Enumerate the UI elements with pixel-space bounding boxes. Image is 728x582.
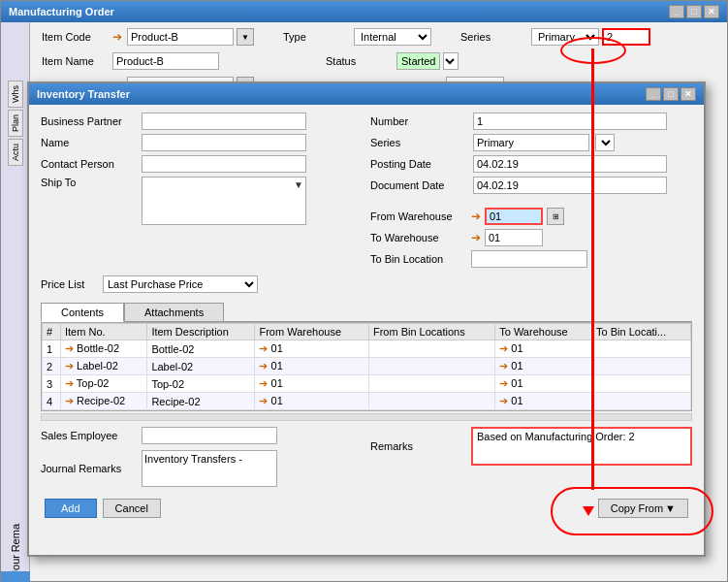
cell-num: 2 — [43, 358, 61, 375]
cell-to-wh: ➔ 01 — [495, 375, 592, 393]
name-label: Name — [41, 137, 138, 148]
cell-from-bin — [368, 393, 494, 410]
sales-emp-input[interactable] — [142, 427, 277, 444]
table-scrollbar[interactable] — [41, 413, 692, 421]
to-wh-input[interactable] — [485, 229, 543, 246]
cell-description: Label-02 — [147, 358, 255, 375]
name-input[interactable] — [142, 134, 306, 151]
tab-bar: Contents Attachments — [41, 303, 692, 322]
item-code-arrow: ➔ — [112, 30, 122, 44]
doc-date-input[interactable] — [473, 177, 667, 194]
ship-to-box[interactable]: ▼ — [142, 177, 306, 225]
button-row: Add Cancel Copy From ▼ — [41, 499, 692, 518]
bottom-blue-bar — [1, 571, 30, 582]
tab-contents[interactable]: Contents — [41, 303, 124, 322]
inv-table: # Item No. Item Description From Warehou… — [42, 323, 691, 410]
col-from-bin: From Bin Locations — [368, 324, 494, 340]
to-wh-label: To Warehouse — [370, 232, 467, 243]
posting-date-input[interactable] — [473, 155, 667, 173]
cell-item-no[interactable]: ➔ Bottle-02 — [60, 340, 146, 358]
bp-input[interactable] — [142, 113, 306, 130]
mfg-titlebar: Manufacturing Order _ □ ✕ — [1, 1, 727, 22]
mfg-minimize-btn[interactable]: _ — [669, 5, 684, 18]
series-number-input[interactable] — [602, 28, 650, 46]
cell-description: Bottle-02 — [147, 340, 255, 358]
item-code-btn[interactable]: ▼ — [237, 28, 254, 46]
cell-from-wh: ➔ 01 — [255, 358, 368, 375]
cell-from-bin — [368, 375, 494, 393]
tab-attachments[interactable]: Attachments — [124, 303, 224, 321]
cell-item-no[interactable]: ➔ Recipe-02 — [60, 393, 146, 410]
col-to-wh: To Warehouse — [495, 324, 592, 340]
copy-from-button[interactable]: Copy From ▼ — [598, 499, 688, 518]
series-select-r[interactable] — [595, 134, 615, 151]
status-label: Status — [326, 55, 394, 67]
cell-to-bin — [592, 375, 691, 393]
cell-from-bin — [368, 340, 494, 358]
to-bin-input[interactable] — [471, 250, 587, 268]
table-row: 2 ➔ Label-02 Label-02 ➔ 01 ➔ 01 — [43, 358, 691, 375]
inv-close-btn[interactable]: ✕ — [681, 87, 696, 101]
mfg-close-btn[interactable]: ✕ — [704, 5, 719, 18]
cell-to-bin — [592, 358, 691, 375]
series-label-r: Series — [370, 137, 467, 148]
sidebar-tab-whs[interactable]: Whs — [8, 81, 23, 108]
from-wh-label: From Warehouse — [370, 210, 467, 222]
cell-from-bin — [368, 358, 494, 375]
to-wh-arrow: ➔ — [471, 231, 481, 244]
item-name-label: Item Name — [42, 55, 110, 67]
from-wh-arrow: ➔ — [471, 210, 481, 223]
cell-to-wh: ➔ 01 — [495, 358, 592, 375]
copy-from-dropdown-icon[interactable]: ▼ — [665, 502, 676, 514]
sales-emp-label: Sales Employee — [41, 430, 138, 441]
doc-date-label: Document Date — [370, 179, 467, 191]
cell-num: 1 — [43, 340, 61, 358]
inv-transfer-dialog: Inventory Transfer _ □ ✕ Business Partne… — [27, 81, 706, 557]
inv-minimize-btn[interactable]: _ — [646, 87, 661, 101]
cell-description: Top-02 — [147, 375, 255, 393]
from-wh-btn[interactable]: ⊞ — [547, 208, 564, 225]
sidebar-remarks: Rema — [10, 524, 21, 552]
cell-item-no[interactable]: ➔ Label-02 — [60, 358, 146, 375]
inv-table-container: # Item No. Item Description From Warehou… — [41, 322, 692, 411]
from-wh-input[interactable] — [485, 208, 543, 225]
contact-label: Contact Person — [41, 158, 138, 170]
type-select[interactable]: Internal — [354, 28, 431, 46]
series-select[interactable]: Primary — [531, 28, 599, 46]
journal-remarks-input[interactable]: Inventory Transfers - — [142, 450, 277, 487]
inv-title: Inventory Transfer — [37, 88, 130, 100]
price-list-label: Price List — [41, 278, 99, 290]
col-num: # — [43, 324, 61, 340]
series-input[interactable] — [473, 134, 589, 151]
sidebar-tab-plan[interactable]: Plan — [8, 110, 23, 137]
table-row: 4 ➔ Recipe-02 Recipe-02 ➔ 01 ➔ 01 — [43, 393, 691, 410]
cell-from-wh: ➔ 01 — [255, 375, 368, 393]
bp-label: Business Partner — [41, 115, 138, 127]
table-row: 1 ➔ Bottle-02 Bottle-02 ➔ 01 ➔ 01 — [43, 340, 691, 358]
col-item-no: Item No. — [60, 324, 146, 340]
inv-maximize-btn[interactable]: □ — [663, 87, 679, 101]
price-list-select[interactable]: Last Purchase Price — [103, 275, 258, 293]
item-name-input[interactable] — [112, 52, 219, 70]
status-select[interactable] — [443, 52, 459, 70]
cell-from-wh: ➔ 01 — [255, 393, 368, 410]
mfg-maximize-btn[interactable]: □ — [686, 5, 702, 18]
number-input[interactable] — [473, 113, 667, 130]
item-code-input[interactable] — [127, 28, 234, 46]
sidebar-tab-actu[interactable]: Actu — [8, 139, 23, 166]
add-button[interactable]: Add — [45, 499, 97, 518]
remarks-input[interactable]: Based on Manufacturing Order: 2 — [471, 427, 692, 466]
cell-item-no[interactable]: ➔ Top-02 — [60, 375, 146, 393]
cancel-button[interactable]: Cancel — [103, 499, 161, 518]
cell-to-wh: ➔ 01 — [495, 393, 592, 410]
mfg-title: Manufacturing Order — [9, 6, 114, 17]
inv-titlebar: Inventory Transfer _ □ ✕ — [29, 83, 704, 105]
status-value: Started — [396, 52, 440, 70]
cell-from-wh: ➔ 01 — [255, 340, 368, 358]
cell-description: Recipe-02 — [147, 393, 255, 410]
cell-num: 4 — [43, 393, 61, 410]
contact-input[interactable] — [142, 155, 306, 173]
ship-to-dropdown-icon[interactable]: ▼ — [294, 179, 303, 190]
number-label: Number — [370, 115, 467, 127]
ship-to-label: Ship To — [41, 177, 138, 188]
